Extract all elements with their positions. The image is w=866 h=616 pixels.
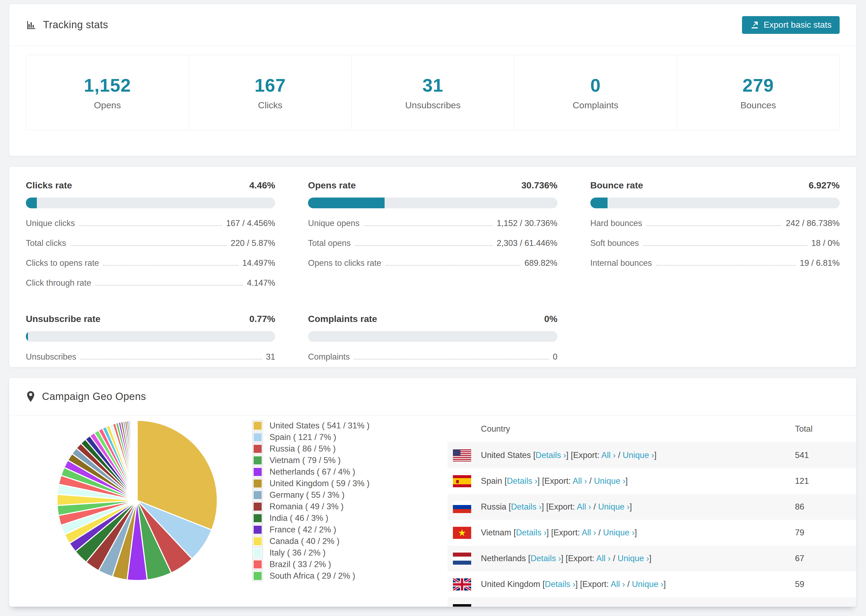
export-all-link[interactable]: All › (582, 528, 596, 537)
dotted-leader (103, 265, 238, 266)
rate-progress-fill (26, 198, 37, 208)
dotted-leader (656, 265, 795, 266)
geo-table-body: United States [Details ›] [Export: All ›… (447, 442, 857, 607)
export-unique-link[interactable]: Unique › (598, 502, 630, 511)
rate-value: 0% (544, 314, 557, 324)
details-link[interactable]: Details › (511, 502, 542, 511)
rate-title: Bounce rate (590, 180, 643, 190)
export-unique-link[interactable]: Unique › (603, 528, 635, 537)
legend-label: Germany ( 55 / 3% ) (269, 490, 345, 500)
summary-stat-cell: 167 Clicks (189, 55, 351, 130)
geo-table-row: ★ Vietnam [Details ›] [Export: All › / U… (447, 520, 857, 545)
legend-item: France ( 42 / 2% ) (253, 524, 370, 535)
rate-stat-row: Clicks to opens rate 14.497% (26, 258, 275, 268)
rate-stat-label: Internal bounces (590, 258, 652, 268)
details-link[interactable]: Details › (535, 451, 566, 460)
dotted-leader (355, 245, 493, 246)
legend-item: Vietnam ( 79 / 5% ) (253, 454, 370, 466)
rate-stat-row: Hard bounces 242 / 86.738% (590, 218, 840, 228)
legend-item: Brazil ( 33 / 2% ) (253, 558, 370, 570)
rate-stat-label: Unsubscribes (26, 352, 76, 362)
rate-panel: Complaints rate 0% Complaints 0 (308, 314, 557, 362)
export-all-link[interactable]: All › (596, 554, 611, 563)
export-unique-link[interactable]: Unique › (607, 605, 638, 607)
flag-ru-icon (453, 501, 471, 513)
export-unique-link[interactable]: Unique › (623, 451, 654, 460)
legend-item: South Africa ( 29 / 2% ) (253, 570, 370, 581)
rate-stat-row: Click through rate 4.147% (26, 278, 275, 288)
export-all-link[interactable]: All › (586, 605, 600, 607)
details-link[interactable]: Details › (516, 528, 546, 537)
total-column-header: Total (795, 424, 852, 434)
dotted-leader (71, 245, 227, 246)
geo-table-header: Country Total (447, 415, 857, 442)
details-link[interactable]: Details › (507, 476, 538, 486)
export-all-link[interactable]: All › (573, 476, 587, 486)
geo-pie-legend: United States ( 541 / 31% ) Spain ( 121 … (253, 420, 370, 581)
rate-panel: Opens rate 30.736% Unique opens 1,152 / … (308, 180, 557, 288)
rate-panel: Unsubscribe rate 0.77% Unsubscribes 31 (26, 314, 275, 362)
geo-table-row: United Kingdom [Details ›] [Export: All … (447, 571, 857, 597)
details-link[interactable]: Details › (531, 554, 561, 563)
rate-stat-value: 19 / 6.81% (800, 258, 840, 268)
legend-label: Netherlands ( 67 / 4% ) (269, 467, 355, 477)
legend-swatch (253, 444, 263, 454)
legend-swatch (253, 536, 263, 546)
country-cell: Vietnam [Details ›] [Export: All › / Uni… (481, 528, 795, 537)
rate-stat-value: 220 / 5.87% (231, 238, 275, 248)
summary-stat-value: 31 (422, 75, 444, 96)
rate-progress-fill (26, 331, 28, 342)
flag-de-icon (453, 604, 471, 607)
rate-stat-label: Unique opens (308, 218, 359, 228)
export-unique-link[interactable]: Unique › (594, 476, 625, 486)
summary-stat-label: Bounces (740, 100, 776, 110)
rate-stat-row: Internal bounces 19 / 6.81% (590, 258, 840, 268)
rate-stat-value: 689.82% (524, 258, 557, 268)
legend-label: Romania ( 49 / 3% ) (269, 502, 344, 511)
export-all-link[interactable]: All › (577, 502, 591, 511)
flag-vn-icon: ★ (453, 527, 471, 539)
dotted-leader (81, 359, 262, 360)
rate-stat-value: 242 / 86.738% (786, 218, 840, 228)
export-basic-stats-button[interactable]: Export basic stats (742, 16, 840, 34)
legend-swatch (253, 559, 263, 569)
legend-label: Spain ( 121 / 7% ) (269, 432, 336, 442)
export-unique-link[interactable]: Unique › (617, 554, 649, 563)
rate-stat-value: 14.497% (242, 258, 275, 268)
rate-stat-label: Total clicks (26, 238, 66, 248)
legend-item: United Kingdom ( 59 / 3% ) (253, 478, 370, 489)
rate-progress-bar (308, 198, 557, 208)
rate-stat-row: Unique clicks 167 / 4.456% (26, 218, 275, 228)
legend-swatch (253, 571, 263, 581)
rate-progress-bar (26, 331, 275, 342)
legend-swatch (253, 456, 263, 465)
country-column-header: Country (481, 424, 510, 434)
geo-table-row: Netherlands [Details ›] [Export: All › /… (447, 545, 857, 571)
legend-label: India ( 46 / 3% ) (269, 513, 328, 523)
rate-value: 6.927% (809, 180, 840, 190)
country-cell: Netherlands [Details ›] [Export: All › /… (481, 554, 795, 563)
export-all-link[interactable]: All › (611, 580, 625, 589)
geo-table-row: Russia [Details ›] [Export: All › / Uniq… (447, 494, 857, 520)
rate-stat-value: 0 (553, 352, 557, 362)
details-link[interactable]: Details › (520, 605, 551, 607)
rate-title: Clicks rate (26, 180, 72, 190)
export-icon (750, 20, 759, 30)
dotted-leader (364, 225, 493, 226)
rate-title: Complaints rate (308, 314, 377, 324)
rate-stat-label: Clicks to opens rate (26, 258, 99, 268)
rate-value: 0.77% (249, 314, 275, 324)
dotted-leader (79, 225, 222, 226)
rate-progress-fill (308, 198, 384, 208)
export-unique-link[interactable]: Unique › (632, 580, 663, 589)
legend-label: Brazil ( 33 / 2% ) (269, 559, 331, 569)
legend-swatch (253, 421, 263, 431)
country-cell: United States [Details ›] [Export: All ›… (481, 451, 795, 460)
summary-stat-cell: 1,152 Opens (26, 55, 189, 130)
legend-item: India ( 46 / 3% ) (253, 512, 370, 524)
export-all-link[interactable]: All › (601, 451, 616, 460)
summary-stat-label: Unsubscribes (405, 100, 461, 110)
legend-item: Russia ( 86 / 5% ) (253, 443, 370, 454)
country-cell: Russia [Details ›] [Export: All › / Uniq… (481, 502, 795, 512)
details-link[interactable]: Details › (545, 580, 576, 589)
